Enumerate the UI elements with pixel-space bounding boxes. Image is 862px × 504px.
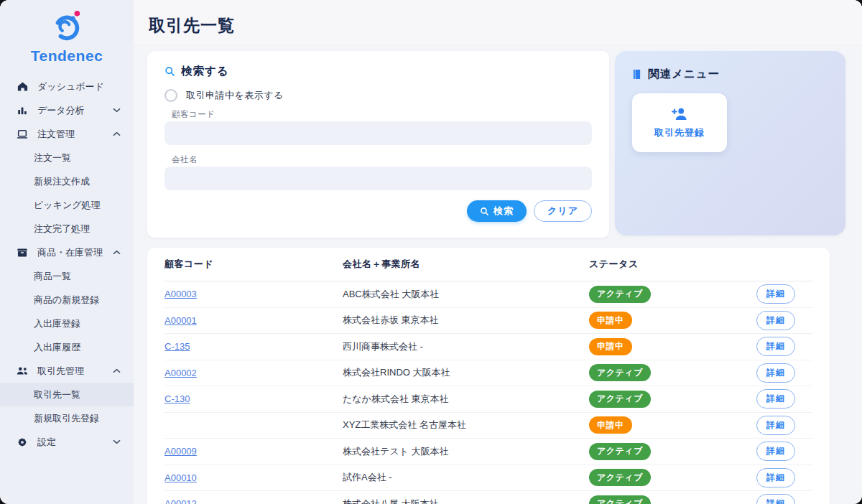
sidebar-subitem[interactable]: 注文一覧 <box>0 146 134 169</box>
detail-button[interactable]: 詳細 <box>756 311 795 330</box>
search-card-title: 検索する <box>181 64 229 79</box>
sidebar-item[interactable]: ダッシュボード <box>0 75 134 98</box>
related-menu-panel: 関連メニュー 取引先登録 <box>615 51 845 235</box>
company-name-label: 会社名 <box>172 154 592 165</box>
detail-button[interactable]: 詳細 <box>756 416 795 435</box>
chevron-up-icon <box>113 250 121 255</box>
sidebar-subitem-label: 注文一覧 <box>34 151 71 164</box>
app-window: Tendenec ダッシュボードデータ分析注文管理注文一覧新規注文作成ピッキング… <box>0 0 862 504</box>
customer-code-link[interactable]: A00003 <box>164 289 197 299</box>
pending-filter-label: 取引申請中を表示する <box>186 89 284 102</box>
sidebar-item[interactable]: 取引先管理 <box>0 359 134 383</box>
status-badge: 申請中 <box>589 312 632 329</box>
detail-button[interactable]: 詳細 <box>756 468 795 487</box>
sidebar-subitem[interactable]: ピッキング処理 <box>0 193 134 217</box>
status-badge: 申請中 <box>589 416 632 434</box>
sidebar-subitem-label: 商品の新規登録 <box>34 294 99 307</box>
register-partner-button[interactable]: 取引先登録 <box>632 93 727 152</box>
search-button-icon <box>480 207 489 216</box>
chevron-down-icon <box>113 439 121 444</box>
customer-code-input[interactable] <box>164 121 592 145</box>
customer-code-link[interactable]: A00001 <box>164 315 197 326</box>
sidebar-subitem[interactable]: 取引先一覧 <box>0 383 134 406</box>
chevron-up-icon <box>113 368 121 373</box>
company-name-cell: 株式会社赤坂 東京本社 <box>343 314 589 327</box>
customer-code-link[interactable]: A00002 <box>164 368 197 378</box>
company-name-cell: XYZ工業株式会社 名古屋本社 <box>343 419 589 431</box>
status-badge: アクティブ <box>589 364 651 381</box>
sidebar-nav: ダッシュボードデータ分析注文管理注文一覧新規注文作成ピッキング処理注文完了処理商… <box>0 75 134 454</box>
clear-button-label: クリア <box>547 205 578 218</box>
radio-unchecked-icon[interactable] <box>164 89 177 102</box>
sidebar-subitem[interactable]: 商品一覧 <box>0 264 134 288</box>
sidebar-subitem-label: 入出庫登録 <box>34 317 80 330</box>
main-area: 取引先一覧 検索する 取引申請中を表示する <box>134 0 862 504</box>
status-badge: アクティブ <box>589 469 651 486</box>
company-name-input[interactable] <box>164 167 592 190</box>
sidebar-item[interactable]: 商品・在庫管理 <box>0 241 134 264</box>
partner-table: 顧客コード 会社名＋事業所名 ステータス A00003ABC株式会社 大阪本社ア… <box>147 248 830 504</box>
search-card-header: 検索する <box>164 64 592 79</box>
detail-button[interactable]: 詳細 <box>756 363 795 383</box>
sidebar-item-label: 取引先管理 <box>37 365 84 378</box>
chevron-down-icon <box>113 108 121 113</box>
brand-logo-icon <box>50 9 83 43</box>
sidebar-subitem[interactable]: 入出庫登録 <box>0 312 134 335</box>
sidebar-subitem[interactable]: 商品の新規登録 <box>0 288 134 312</box>
settings-icon <box>16 437 29 448</box>
orders-icon <box>16 129 29 140</box>
sidebar-subitem-label: 新規取引先登録 <box>34 412 99 425</box>
inventory-icon <box>16 247 29 258</box>
table-row: A00002株式会社RINDO 大阪本社アクティブ詳細 <box>164 360 812 387</box>
column-header-status: ステータス <box>589 258 756 271</box>
chart-icon <box>16 105 29 116</box>
customer-code-link[interactable]: A00009 <box>164 446 197 457</box>
detail-button[interactable]: 詳細 <box>756 389 795 409</box>
detail-button[interactable]: 詳細 <box>756 494 795 504</box>
customer-code-link[interactable]: A00012 <box>164 498 197 504</box>
table-row: A00001株式会社赤坂 東京本社申請中詳細 <box>164 308 812 335</box>
status-badge: アクティブ <box>589 443 651 460</box>
sidebar-item-label: 商品・在庫管理 <box>37 246 103 259</box>
table-row: A00012株式会社八尾 大阪本社アクティブ詳細 <box>164 491 812 504</box>
table-body: A00003ABC株式会社 大阪本社アクティブ詳細A00001株式会社赤坂 東京… <box>164 281 812 504</box>
company-name-cell: たなか株式会社 東京本社 <box>343 393 589 406</box>
sidebar-item-label: データ分析 <box>37 104 85 117</box>
related-menu-title: 関連メニュー <box>648 67 720 82</box>
chevron-up-icon <box>113 131 121 136</box>
sidebar-subitem[interactable]: 入出庫履歴 <box>0 335 134 359</box>
customer-code-link[interactable]: A00010 <box>164 472 197 483</box>
customer-code-link[interactable]: C-130 <box>164 393 190 404</box>
company-name-field-group: 会社名 <box>164 154 592 190</box>
pending-filter-toggle[interactable]: 取引申請中を表示する <box>164 89 592 102</box>
table-row: C-130たなか株式会社 東京本社アクティブ詳細 <box>164 386 812 413</box>
sidebar-subitem[interactable]: 注文完了処理 <box>0 217 134 241</box>
sidebar-subitem[interactable]: 新規取引先登録 <box>0 406 134 430</box>
book-icon <box>632 69 641 80</box>
sidebar-item-label: ダッシュボード <box>37 80 104 93</box>
table-row: A00003ABC株式会社 大阪本社アクティブ詳細 <box>164 281 812 308</box>
status-badge: 申請中 <box>589 338 632 355</box>
detail-button[interactable]: 詳細 <box>756 284 795 304</box>
table-row: A00010試作A会社 -アクティブ詳細 <box>164 465 812 492</box>
sidebar-subitem-label: ピッキング処理 <box>34 199 101 212</box>
sidebar-subitem[interactable]: 新規注文作成 <box>0 169 134 193</box>
sidebar-item[interactable]: 設定 <box>0 430 134 454</box>
partners-icon <box>16 365 29 376</box>
brand-name: Tendenec <box>0 47 134 65</box>
sidebar-item[interactable]: 注文管理 <box>0 122 134 146</box>
page-title: 取引先一覧 <box>149 14 845 37</box>
clear-button[interactable]: クリア <box>534 200 592 222</box>
brand-logo: Tendenec <box>0 0 134 65</box>
search-card: 検索する 取引申請中を表示する 顧客コード 会社名 <box>147 51 609 238</box>
company-name-cell: 株式会社RINDO 大阪本社 <box>343 366 589 379</box>
customer-code-link[interactable]: C-135 <box>164 341 190 352</box>
search-button[interactable]: 検索 <box>467 200 527 222</box>
detail-button[interactable]: 詳細 <box>756 337 795 356</box>
table-row: A00009株式会社テスト 大阪本社アクティブ詳細 <box>164 439 812 465</box>
detail-button[interactable]: 詳細 <box>756 442 795 461</box>
home-icon <box>16 80 29 93</box>
search-button-label: 検索 <box>493 205 514 218</box>
sidebar-item-label: 注文管理 <box>37 128 75 141</box>
sidebar-item[interactable]: データ分析 <box>0 98 134 122</box>
